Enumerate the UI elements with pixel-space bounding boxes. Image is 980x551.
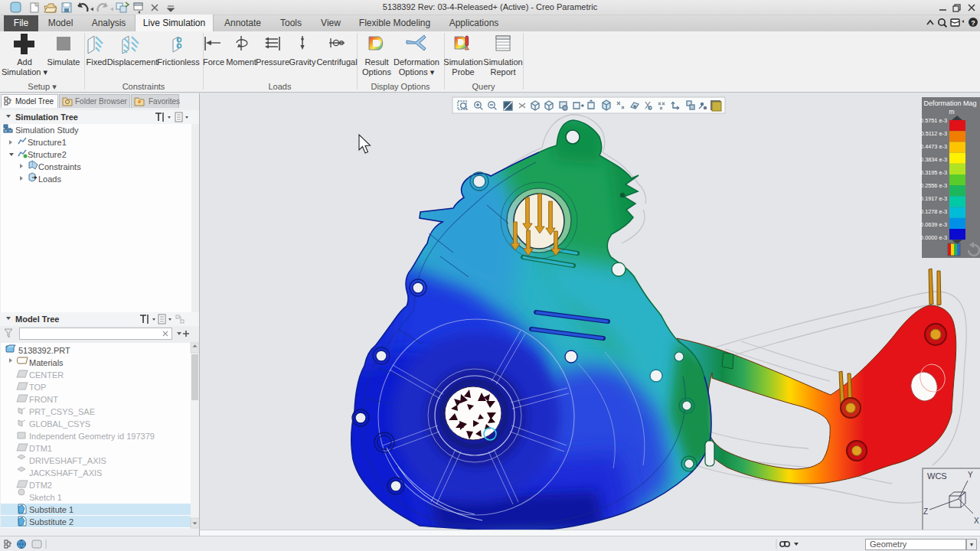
svg-text:WCS: WCS <box>927 471 947 481</box>
svg-text:0.0000 e-3: 0.0000 e-3 <box>920 234 947 241</box>
svg-text:Z: Z <box>923 507 928 516</box>
svg-text:X: X <box>974 517 979 525</box>
svg-text:0.0639 e-3: 0.0639 e-3 <box>920 221 947 228</box>
svg-text:?: ? <box>971 19 975 27</box>
svg-text:0.3195 e-3: 0.3195 e-3 <box>920 169 947 176</box>
svg-text:m: m <box>949 108 954 116</box>
svg-text:0.4473 e-3: 0.4473 e-3 <box>920 143 947 150</box>
svg-text:0.2556 e-3: 0.2556 e-3 <box>920 182 947 189</box>
svg-text:0.1278 e-3: 0.1278 e-3 <box>920 208 947 215</box>
svg-text:0.5751 e-3: 0.5751 e-3 <box>920 117 947 124</box>
svg-text:0.5112 e-3: 0.5112 e-3 <box>921 130 947 137</box>
svg-text:Y: Y <box>968 471 973 479</box>
svg-text:0.3834 e-3: 0.3834 e-3 <box>920 156 947 163</box>
svg-text:0.1917 e-3: 0.1917 e-3 <box>920 195 947 202</box>
svg-text:Deformation Mag: Deformation Mag <box>923 99 976 107</box>
